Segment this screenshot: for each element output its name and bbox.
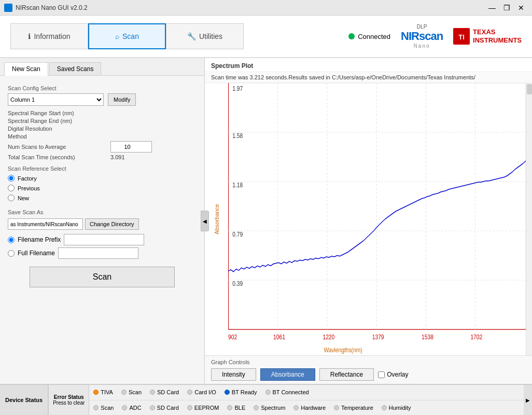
connection-label: Connected: [358, 33, 390, 40]
digital-res-row: Digital Resolution: [8, 126, 197, 132]
overlay-control: Overlay: [378, 371, 408, 378]
overlay-label[interactable]: Overlay: [387, 371, 408, 378]
directory-row: Change Directory: [8, 218, 197, 230]
reflectance-button[interactable]: Reflectance: [319, 368, 374, 381]
scan1-label: Scan: [129, 389, 142, 395]
tab-utilities[interactable]: 🔧 Utilities: [166, 23, 244, 49]
svg-text:0.39: 0.39: [232, 280, 243, 287]
intensity-button[interactable]: Intensity: [211, 368, 256, 381]
status-row-2: Scan ADC SD Card EEPROM BLE Spectrum: [89, 400, 524, 416]
ti-text: TEXAS INSTRUMENTS: [473, 28, 522, 44]
save-scan-section: Save Scan As Change Directory Filename P…: [8, 209, 197, 259]
eeprom-dot: [187, 405, 192, 410]
tab-new-scan[interactable]: New Scan: [4, 62, 48, 76]
collapse-arrow[interactable]: ◀: [201, 211, 209, 231]
svg-text:1538: 1538: [422, 334, 433, 340]
chart-scroll-thumb: [527, 84, 532, 94]
btready-label: BT Ready: [232, 389, 257, 395]
status-row-1: TIVA Scan SD Card Card I/O BT Ready BT C…: [89, 385, 524, 400]
sdcard1-label: SD Card: [157, 389, 179, 395]
tab-scan-label: Scan: [122, 32, 139, 40]
nav-right: Connected DLP NIRscan Nano TI TEXAS INST…: [348, 24, 522, 49]
titlebar: NIRscan Nano GUI v2.0.2 — ❐ ✕: [0, 0, 532, 16]
app-icon: [4, 4, 12, 12]
status-rows: TIVA Scan SD Card Card I/O BT Ready BT C…: [89, 385, 524, 415]
minimize-button[interactable]: —: [485, 3, 499, 13]
radio-factory-label[interactable]: Factory: [18, 175, 37, 182]
sdcard1-dot: [150, 390, 155, 395]
device-status-label: Device Status: [0, 385, 48, 415]
svg-text:1.58: 1.58: [232, 132, 243, 139]
num-scans-row: Num Scans to Average: [8, 141, 197, 153]
scan-time-label: Total Scan Time (seconds): [8, 154, 106, 160]
spectrum-label: Spectrum: [261, 405, 285, 411]
ti-brand-line2: INSTRUMENTS: [473, 36, 522, 45]
status-btready: BT Ready: [225, 389, 257, 395]
method-label: Method: [8, 133, 106, 140]
scan-time-row: Total Scan Time (seconds) 3.091: [8, 154, 197, 160]
tab-information[interactable]: ℹ Information: [10, 23, 88, 49]
radio-factory: Factory: [8, 175, 197, 182]
overlay-checkbox[interactable]: [378, 371, 385, 378]
num-scans-input[interactable]: [110, 141, 152, 153]
restore-button[interactable]: ❐: [500, 3, 513, 13]
radio-previous-input[interactable]: [8, 185, 15, 191]
full-filename-input[interactable]: [58, 247, 138, 259]
ti-brand-line1: TEXAS: [473, 28, 522, 36]
chart-scrollbar[interactable]: [526, 83, 532, 355]
adc-label: ADC: [129, 405, 141, 411]
sdcard2-label: SD Card: [157, 405, 179, 411]
tab-scan[interactable]: ⌕ Scan: [88, 23, 166, 49]
temperature-dot: [334, 405, 339, 410]
tab-saved-scans[interactable]: Saved Scans: [49, 62, 102, 75]
svg-text:0.79: 0.79: [232, 231, 243, 238]
svg-rect-2: [228, 83, 526, 329]
cardio-label: Card I/O: [194, 389, 216, 395]
scan-config-label: Scan Config Select: [8, 85, 197, 91]
radio-new: New: [8, 195, 197, 201]
modify-button[interactable]: Modify: [108, 93, 136, 106]
scan-button[interactable]: Scan: [30, 267, 175, 287]
spectral-start-row: Spectral Range Start (nm): [8, 110, 197, 116]
status-sdcard-1: SD Card: [150, 389, 179, 395]
info-icon: ℹ: [28, 32, 31, 40]
svg-text:1702: 1702: [470, 334, 482, 340]
svg-text:TI: TI: [458, 33, 465, 41]
titlebar-controls: — ❐ ✕: [485, 3, 528, 13]
sdcard2-dot: [150, 405, 155, 410]
scan-ref-label: Scan Reference Select: [8, 165, 197, 172]
radio-prefix-label[interactable]: Filename Prefix: [18, 236, 61, 243]
radio-new-label[interactable]: New: [18, 195, 29, 201]
scan-config-select[interactable]: Column 1 Column 2 Column 3: [8, 93, 104, 106]
svg-text:1379: 1379: [372, 334, 384, 340]
connection-status: Connected: [348, 33, 390, 40]
close-button[interactable]: ✕: [514, 3, 528, 13]
hardware-label: Hardware: [301, 405, 326, 411]
absorbance-button[interactable]: Absorbance: [260, 368, 315, 381]
num-scans-input-wrap: [110, 141, 152, 153]
status-scroll-right[interactable]: ▶: [524, 385, 532, 415]
radio-previous-label[interactable]: Previous: [18, 185, 40, 191]
radio-new-input[interactable]: [8, 195, 15, 201]
radio-full-label[interactable]: Full Filename: [18, 250, 55, 257]
svg-text:1220: 1220: [323, 334, 334, 340]
graph-controls: Graph Controls Intensity Absorbance Refl…: [205, 355, 532, 384]
filename-prefix-input[interactable]: [64, 234, 144, 245]
status-hardware: Hardware: [293, 405, 326, 411]
ble-label: BLE: [234, 405, 245, 411]
spectral-end-row: Spectral Range End (nm): [8, 118, 197, 124]
radio-prefix-input[interactable]: [8, 237, 15, 243]
tiva-dot: [93, 390, 99, 395]
change-directory-button[interactable]: Change Directory: [85, 218, 139, 230]
hardware-dot: [293, 405, 299, 410]
svg-text:1.97: 1.97: [232, 85, 243, 92]
chart-wrapper: Absorbance: [205, 83, 532, 355]
radio-factory-input[interactable]: [8, 175, 15, 182]
directory-input[interactable]: [8, 218, 83, 230]
error-status-line1: Error Status: [54, 394, 84, 400]
error-status-button[interactable]: Error Status Press to clear: [48, 385, 89, 415]
radio-full-input[interactable]: [8, 250, 15, 257]
svg-text:1.18: 1.18: [232, 182, 243, 188]
digital-res-label: Digital Resolution: [8, 126, 106, 132]
ti-logo: TI TEXAS INSTRUMENTS: [453, 28, 522, 45]
